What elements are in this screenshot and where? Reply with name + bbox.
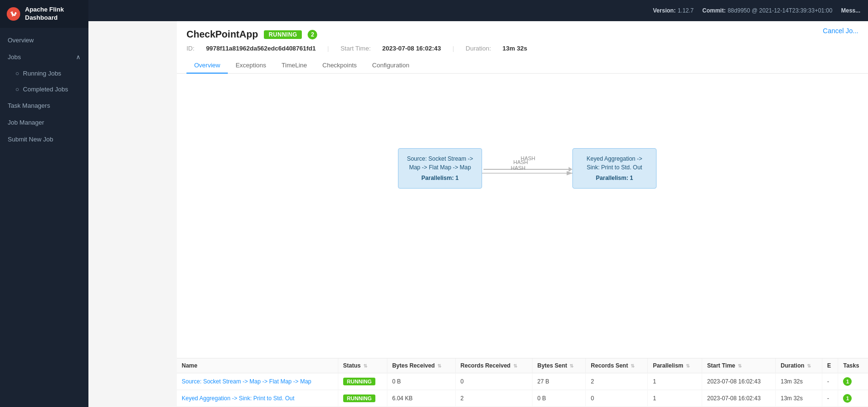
topbar: Version: 1.12.7 Commit: 88d9950 @ 2021-1… [88,0,868,21]
sort-icon-duration: ⇅ [807,363,811,369]
job-meta: ID: 9978f11a81962da562edc6d408761fd1 | S… [186,45,858,52]
row-tasks-1: 1 [838,390,868,407]
row-duration-1: 13m 32s [776,390,822,407]
job-header: CheckPointApp RUNNING 2 ID: 9978f11a8196… [177,21,868,74]
tabs: Overview Exceptions TimeLine Checkpoints… [186,58,858,73]
sidebar-item-job-manager[interactable]: Job Manager [0,114,88,131]
job-id-value: 9978f11a81962da562edc6d408761fd1 [206,45,316,52]
row-rec-recv-1: 2 [456,390,533,407]
sidebar-nav: Overview Jobs ∧ ○ Running Jobs ○ Complet… [0,28,88,152]
sort-icon-bytes-recv: ⇅ [437,363,441,369]
row-parallelism-1: 1 [648,390,702,407]
chevron-up-icon: ∧ [76,53,81,61]
tasks-table: Name Status ⇅ Bytes Received ⇅ Records R… [177,358,868,407]
running-jobs-label: Running Jobs [23,70,62,77]
sidebar-title-text: Apache Flink Dashboard [25,6,82,22]
topbar-messages-label: Mess... [841,7,860,14]
tab-configuration[interactable]: Configuration [364,58,417,74]
sort-icon-bytes-sent: ⇅ [570,363,573,369]
sort-icon-parallelism: ⇅ [686,363,690,369]
cancel-job-button[interactable]: Cancel Jo... [823,27,858,35]
sort-icon-start-time: ⇅ [738,363,742,369]
dag-node-2-text: Keyed Aggregation -> Sink: Print to Std.… [580,154,649,172]
sidebar-item-jobs[interactable]: Jobs ∧ [0,49,88,65]
sidebar-logo: 🐿 [7,7,20,21]
col-parallelism[interactable]: Parallelism ⇅ [648,358,702,373]
sidebar-header: 🐿 Apache Flink Dashboard [0,0,88,28]
topbar-commit-value: 88d9950 @ 2021-12-14T23:39:33+01:00 [728,7,832,14]
sidebar-item-running-jobs[interactable]: ○ Running Jobs [0,65,88,81]
col-e[interactable]: E [822,358,838,373]
sort-icon-rec-sent: ⇅ [631,363,634,369]
table-row: Keyed Aggregation -> Sink: Print to Std.… [177,390,868,407]
col-bytes-received[interactable]: Bytes Received ⇅ [387,358,455,373]
job-title-row: CheckPointApp RUNNING 2 [186,29,858,40]
tab-timeline[interactable]: TimeLine [274,58,315,74]
tab-checkpoints[interactable]: Checkpoints [315,58,365,74]
dag-node-2-parallelism: Parallelism: 1 [580,174,649,182]
row-start-time-0: 2023-07-08 16:02:43 [702,373,776,390]
job-name: CheckPointApp [186,29,258,40]
sidebar-overview-label: Overview [8,37,34,44]
tab-exceptions[interactable]: Exceptions [228,58,274,74]
row-bytes-sent-0: 27 B [532,373,585,390]
job-start-time-value: 2023-07-08 16:02:43 [382,45,441,52]
job-table: Name Status ⇅ Bytes Received ⇅ Records R… [177,358,868,407]
meta-sep2: | [452,45,454,52]
sidebar: 🐿 Apache Flink Dashboard Overview Jobs ∧… [0,0,88,407]
row-name-1[interactable]: Keyed Aggregation -> Sink: Print to Std.… [177,390,338,407]
col-name[interactable]: Name [177,358,338,373]
sidebar-item-submit-new-job[interactable]: Submit New Job [0,131,88,148]
job-duration-label: Duration: [466,45,491,52]
col-records-sent[interactable]: Records Sent ⇅ [586,358,648,373]
dag-edge: HASH [484,167,572,172]
dag-graph: Source: Socket Stream -> Map -> Flat Map… [177,74,868,358]
running-jobs-icon: ○ [15,70,19,77]
row-rec-sent-0: 2 [586,373,648,390]
completed-jobs-icon: ○ [15,86,19,93]
topbar-commit-label: Commit: [702,7,726,14]
row-e-0: - [822,373,838,390]
completed-jobs-label: Completed Jobs [23,86,68,93]
table-header-row: Name Status ⇅ Bytes Received ⇅ Records R… [177,358,868,373]
table-body: Source: Socket Stream -> Map -> Flat Map… [177,373,868,407]
col-bytes-sent[interactable]: Bytes Sent ⇅ [532,358,585,373]
table-row: Source: Socket Stream -> Map -> Flat Map… [177,373,868,390]
job-count-badge: 2 [308,30,317,39]
col-records-received[interactable]: Records Received ⇅ [456,358,533,373]
col-status[interactable]: Status ⇅ [338,358,387,373]
row-status-1: RUNNING [338,390,387,407]
dag-node-2[interactable]: Keyed Aggregation -> Sink: Print to Std.… [572,148,657,189]
sidebar-jobs-label: Jobs [8,53,21,61]
row-start-time-1: 2023-07-08 16:02:43 [702,390,776,407]
job-start-time-label: Start Time: [340,45,371,52]
topbar-version-label: Version: [653,7,676,14]
dag-node-1-text: Source: Socket Stream -> Map -> Flat Map… [405,154,475,172]
content-area: Source: Socket Stream -> Map -> Flat Map… [177,74,868,407]
row-rec-sent-1: 0 [586,390,648,407]
col-tasks[interactable]: Tasks [838,358,868,373]
row-duration-0: 13m 32s [776,373,822,390]
submit-new-job-label: Submit New Job [8,136,53,143]
main-content: CheckPointApp RUNNING 2 ID: 9978f11a8196… [177,21,868,407]
dag-svg: HASH [177,74,868,358]
row-bytes-recv-0: 0 B [387,373,455,390]
col-start-time[interactable]: Start Time ⇅ [702,358,776,373]
row-bytes-sent-1: 0 B [532,390,585,407]
sidebar-item-completed-jobs[interactable]: ○ Completed Jobs [0,81,88,97]
tab-overview[interactable]: Overview [186,58,228,74]
row-parallelism-0: 1 [648,373,702,390]
row-e-1: - [822,390,838,407]
dag-edge-label-text: HASH [513,159,528,165]
sidebar-item-overview[interactable]: Overview [0,32,88,49]
row-bytes-recv-1: 6.04 KB [387,390,455,407]
dag-node-1[interactable]: Source: Socket Stream -> Map -> Flat Map… [398,148,482,189]
row-name-0[interactable]: Source: Socket Stream -> Map -> Flat Map… [177,373,338,390]
job-status-badge: RUNNING [264,30,302,39]
row-status-0: RUNNING [338,373,387,390]
col-duration[interactable]: Duration ⇅ [776,358,822,373]
job-manager-label: Job Manager [8,119,44,126]
row-rec-recv-0: 0 [456,373,533,390]
sort-icon-rec-recv: ⇅ [513,363,517,369]
sidebar-item-task-managers[interactable]: Task Managers [0,97,88,114]
